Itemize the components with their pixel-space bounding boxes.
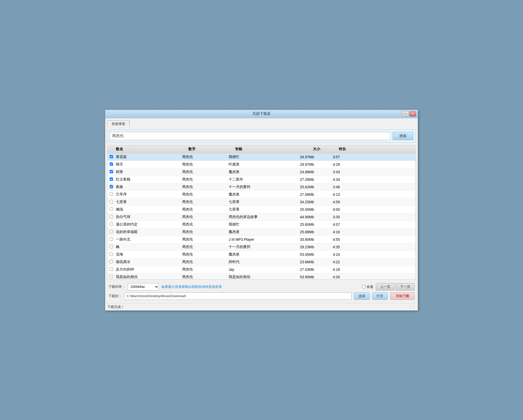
row-artist: 周杰伦 [182,162,229,167]
bitrate-select[interactable]: 2000kflac 128kmp3 320kmp3 1000kflac 4000… [128,283,159,290]
table-row[interactable]: 说好的幸福呢 周杰伦 魔杰座 25.88Mb 4:16 [108,228,415,236]
row-checkbox-cell [110,252,116,257]
row-size: 23.66Mb [286,260,319,264]
table-row[interactable]: 花海 周杰伦 魔杰座 53.45Mb 4:24 [108,251,415,258]
table-row[interactable]: 兰亭序 周杰伦 魔杰座 27.06Mb 4:13 [108,191,415,198]
status-bar: 下载完成！ ⋮⋮ [105,303,418,310]
header-duration: 时长 [325,147,351,152]
row-checkbox[interactable] [110,267,113,271]
row-checkbox-cell [110,267,116,272]
table-header: 歌名 歌手 专辑 大小 时长 [108,145,415,153]
header-size: 大小 [292,147,325,152]
row-checkbox-cell [110,222,116,227]
row-artist: 周杰伦 [182,177,229,182]
table-row[interactable]: 七里香 周杰伦 七里香 34.25Mb 4:59 [108,198,415,206]
row-size: 24.88Mb [286,170,319,174]
row-size: 25.88Mb [286,230,319,234]
table-row[interactable]: 青花瓷 周杰伦 我很忙 24.97Mb 3:57 [108,153,415,161]
row-checkbox[interactable] [110,275,113,278]
row-checkbox[interactable] [110,192,113,196]
search-button[interactable]: 搜索 [393,132,413,140]
row-checkbox[interactable] [110,222,113,226]
row-checkbox-cell [110,237,116,242]
tab-song-search[interactable]: 歌曲搜索 [107,120,130,128]
table-row[interactable]: 稻香 周杰伦 魔杰座 24.88Mb 3:43 [108,168,415,176]
row-artist: 周杰伦 [182,267,229,272]
row-song-name: 青花瓷 [116,155,182,159]
row-duration: 4:16 [319,230,345,234]
row-checkbox[interactable] [110,155,113,158]
row-checkbox-cell [110,155,116,159]
select-all-label: 全选 [367,284,373,289]
table-row[interactable]: 搁浅 周杰伦 七里香 25.00Mb 4:00 [108,206,415,213]
row-checkbox-cell [110,230,116,234]
table-row[interactable]: 蒲公英的约定 周杰伦 我很忙 25.60Mb 4:07 [108,221,415,228]
row-checkbox[interactable] [110,207,113,211]
minimize-button[interactable]: — [402,111,408,117]
row-artist: 周杰伦 [182,260,229,264]
row-song-name: 说好的幸福呢 [116,230,182,234]
next-page-button[interactable]: 下一页 [396,283,415,290]
row-song-name: 一路向北 [116,237,182,242]
header-check [110,147,116,152]
row-artist: 周杰伦 [182,170,229,174]
row-size: 24.97Mb [286,155,319,159]
prev-page-button[interactable]: 上一页 [376,283,395,290]
bottom-area: 下载码率： 2000kflac 128kmp3 320kmp3 1000kfla… [107,282,416,301]
row-checkbox[interactable] [110,245,113,248]
row-album: 十一月的萧邦 [229,185,286,189]
row-checkbox[interactable] [110,177,113,181]
main-window: 无损下载器 — ✕ 歌曲搜索 搜索 歌名 歌手 专辑 大小 [105,110,418,311]
row-album: 我是如此相信 [229,275,286,279]
tab-bar: 歌曲搜索 [107,120,416,128]
row-size: 29.23Mb [286,245,319,249]
row-artist: 周杰伦 [182,275,229,279]
row-checkbox-cell [110,185,116,189]
row-checkbox-cell [110,215,116,219]
row-artist: 周杰伦 [182,207,229,212]
close-button[interactable]: ✕ [409,111,416,117]
row-checkbox[interactable] [110,237,113,241]
open-folder-button[interactable]: 打开 [372,292,388,300]
row-checkbox[interactable] [110,185,113,188]
download-path-input[interactable] [124,292,352,300]
row-album: 魔杰座 [229,170,286,174]
row-song-name: 我是如此相信 [116,275,182,279]
choose-folder-button[interactable]: 选择 [354,292,370,300]
row-checkbox-cell [110,192,116,197]
row-artist: 周杰伦 [182,215,229,219]
table-row[interactable]: 夜曲 周杰伦 十一月的萧邦 25.62Mb 3:46 [108,183,415,191]
row-checkbox[interactable] [110,200,113,203]
table-row[interactable]: 烟花易冷 周杰伦 跨时代 23.66Mb 4:22 [108,258,415,266]
row-checkbox[interactable] [110,215,113,218]
table-row[interactable]: 晴天 周杰伦 叶惠美 29.97Mb 4:29 [108,161,415,168]
row-album: 十二新作 [229,177,286,182]
table-row[interactable]: 枫 周杰伦 十一月的萧邦 29.23Mb 4:35 [108,243,415,251]
row-size: 27.26Mb [286,177,319,182]
resize-handle[interactable]: ⋮⋮ [409,305,416,309]
row-song-name: 蒲公英的约定 [116,222,182,227]
row-checkbox-cell [110,200,116,204]
table-row[interactable]: 反方向的钟 周杰伦 Jay 27.03Mb 4:18 [108,266,415,273]
row-album: 跨时代 [229,260,286,264]
select-all-checkbox[interactable] [362,285,365,288]
row-checkbox-cell [110,260,116,264]
bitrate-label: 下载码率： [108,284,125,289]
start-download-button[interactable]: 开始下载 [390,292,415,300]
row-checkbox[interactable] [110,252,113,256]
table-row[interactable]: 告白气球 周杰伦 周杰伦的床边故事 44.90Mb 3:35 [108,213,415,221]
table-row[interactable]: 我是如此相信 周杰伦 我是如此相信 53.90Mb 4:26 [108,273,415,280]
row-duration: 3:57 [319,155,345,159]
row-checkbox[interactable] [110,170,113,173]
row-song-name: 搁浅 [116,207,182,212]
row-checkbox[interactable] [110,162,113,166]
row-checkbox[interactable] [110,230,113,233]
status-text: 下载完成！ [107,305,124,309]
table-row[interactable]: 红尘客栈 周杰伦 十二新作 27.26Mb 4:34 [108,176,415,183]
row-album: 魔杰座 [229,230,286,234]
row-artist: 周杰伦 [182,245,229,249]
table-row[interactable]: 一路向北 周杰伦 J III MP3 Player 33.80Mb 4:55 [108,236,415,243]
row-checkbox[interactable] [110,260,113,263]
row-checkbox-cell [110,162,116,167]
search-input[interactable] [110,132,391,140]
